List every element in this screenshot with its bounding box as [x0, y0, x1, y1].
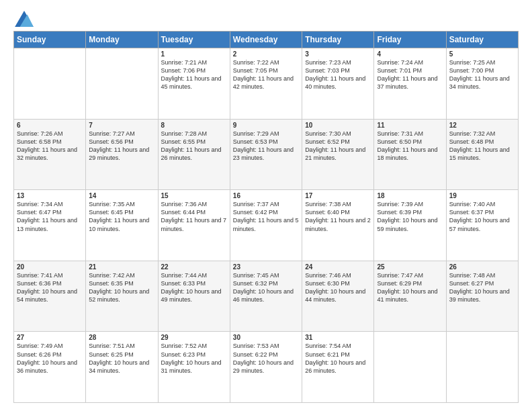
logo — [13, 11, 34, 24]
calendar-cell: 5Sunrise: 7:25 AM Sunset: 7:00 PM Daylig… — [446, 48, 518, 120]
day-header-thursday: Thursday — [302, 32, 374, 48]
day-info: Sunrise: 7:27 AM Sunset: 6:56 PM Dayligh… — [89, 130, 154, 163]
calendar-cell: 1Sunrise: 7:21 AM Sunset: 7:06 PM Daylig… — [158, 48, 230, 120]
day-number: 4 — [377, 50, 443, 58]
day-number: 22 — [161, 263, 227, 271]
day-number: 9 — [233, 122, 299, 129]
day-info: Sunrise: 7:23 AM Sunset: 7:03 PM Dayligh… — [305, 58, 371, 91]
day-info: Sunrise: 7:47 AM Sunset: 6:29 PM Dayligh… — [377, 271, 443, 304]
calendar-cell — [14, 48, 86, 120]
day-info: Sunrise: 7:24 AM Sunset: 7:01 PM Dayligh… — [377, 58, 443, 91]
calendar-cell: 11Sunrise: 7:31 AM Sunset: 6:50 PM Dayli… — [374, 119, 446, 190]
calendar-cell: 25Sunrise: 7:47 AM Sunset: 6:29 PM Dayli… — [374, 261, 446, 332]
calendar-cell: 10Sunrise: 7:30 AM Sunset: 6:52 PM Dayli… — [302, 119, 374, 190]
calendar-cell: 16Sunrise: 7:37 AM Sunset: 6:42 PM Dayli… — [230, 190, 302, 261]
calendar-cell: 23Sunrise: 7:45 AM Sunset: 6:32 PM Dayli… — [230, 261, 302, 332]
day-number: 26 — [449, 263, 515, 271]
calendar-cell: 21Sunrise: 7:42 AM Sunset: 6:35 PM Dayli… — [86, 261, 158, 332]
calendar-cell: 4Sunrise: 7:24 AM Sunset: 7:01 PM Daylig… — [374, 48, 446, 120]
day-header-saturday: Saturday — [446, 32, 518, 48]
day-info: Sunrise: 7:29 AM Sunset: 6:53 PM Dayligh… — [233, 130, 299, 163]
calendar-cell — [446, 332, 518, 403]
calendar-cell: 31Sunrise: 7:54 AM Sunset: 6:21 PM Dayli… — [302, 332, 374, 403]
day-info: Sunrise: 7:34 AM Sunset: 6:47 PM Dayligh… — [17, 200, 83, 233]
day-number: 14 — [89, 192, 154, 199]
day-info: Sunrise: 7:49 AM Sunset: 6:26 PM Dayligh… — [17, 342, 83, 375]
calendar-cell: 27Sunrise: 7:49 AM Sunset: 6:26 PM Dayli… — [14, 332, 86, 403]
calendar-cell: 24Sunrise: 7:46 AM Sunset: 6:30 PM Dayli… — [302, 261, 374, 332]
day-number: 6 — [17, 122, 83, 129]
calendar-cell: 19Sunrise: 7:40 AM Sunset: 6:37 PM Dayli… — [446, 190, 518, 261]
day-info: Sunrise: 7:42 AM Sunset: 6:35 PM Dayligh… — [89, 271, 154, 304]
calendar-cell: 22Sunrise: 7:44 AM Sunset: 6:33 PM Dayli… — [158, 261, 230, 332]
calendar-cell: 30Sunrise: 7:53 AM Sunset: 6:22 PM Dayli… — [230, 332, 302, 403]
day-number: 15 — [161, 192, 227, 199]
day-info: Sunrise: 7:45 AM Sunset: 6:32 PM Dayligh… — [233, 271, 299, 304]
day-number: 8 — [161, 122, 227, 129]
day-number: 11 — [377, 122, 443, 129]
calendar-cell: 8Sunrise: 7:28 AM Sunset: 6:55 PM Daylig… — [158, 119, 230, 190]
week-row-3: 20Sunrise: 7:41 AM Sunset: 6:36 PM Dayli… — [14, 261, 519, 332]
logo-icon — [15, 11, 34, 27]
calendar-cell: 2Sunrise: 7:22 AM Sunset: 7:05 PM Daylig… — [230, 48, 302, 120]
day-info: Sunrise: 7:25 AM Sunset: 7:00 PM Dayligh… — [449, 58, 515, 91]
calendar-cell: 17Sunrise: 7:38 AM Sunset: 6:40 PM Dayli… — [302, 190, 374, 261]
day-info: Sunrise: 7:38 AM Sunset: 6:40 PM Dayligh… — [305, 200, 371, 233]
calendar-cell: 26Sunrise: 7:48 AM Sunset: 6:27 PM Dayli… — [446, 261, 518, 332]
calendar-cell — [86, 48, 158, 120]
day-number: 3 — [305, 50, 371, 58]
day-number: 16 — [233, 192, 299, 199]
calendar-cell: 13Sunrise: 7:34 AM Sunset: 6:47 PM Dayli… — [14, 190, 86, 261]
calendar-cell — [374, 332, 446, 403]
day-info: Sunrise: 7:41 AM Sunset: 6:36 PM Dayligh… — [17, 271, 83, 304]
day-number: 29 — [161, 334, 227, 341]
day-number: 28 — [89, 334, 154, 341]
week-row-1: 6Sunrise: 7:26 AM Sunset: 6:58 PM Daylig… — [14, 119, 519, 190]
day-info: Sunrise: 7:52 AM Sunset: 6:23 PM Dayligh… — [161, 342, 227, 375]
day-info: Sunrise: 7:31 AM Sunset: 6:50 PM Dayligh… — [377, 130, 443, 163]
day-number: 1 — [161, 50, 227, 58]
calendar-cell: 29Sunrise: 7:52 AM Sunset: 6:23 PM Dayli… — [158, 332, 230, 403]
calendar-table: SundayMondayTuesdayWednesdayThursdayFrid… — [13, 31, 519, 403]
day-info: Sunrise: 7:28 AM Sunset: 6:55 PM Dayligh… — [161, 130, 227, 163]
day-header-wednesday: Wednesday — [230, 32, 302, 48]
calendar-cell: 6Sunrise: 7:26 AM Sunset: 6:58 PM Daylig… — [14, 119, 86, 190]
day-info: Sunrise: 7:32 AM Sunset: 6:48 PM Dayligh… — [449, 130, 515, 163]
day-info: Sunrise: 7:22 AM Sunset: 7:05 PM Dayligh… — [233, 58, 299, 91]
day-info: Sunrise: 7:53 AM Sunset: 6:22 PM Dayligh… — [233, 342, 299, 375]
day-info: Sunrise: 7:26 AM Sunset: 6:58 PM Dayligh… — [17, 130, 83, 163]
day-number: 5 — [449, 50, 515, 58]
calendar-cell: 3Sunrise: 7:23 AM Sunset: 7:03 PM Daylig… — [302, 48, 374, 120]
calendar-cell: 12Sunrise: 7:32 AM Sunset: 6:48 PM Dayli… — [446, 119, 518, 190]
calendar-cell: 14Sunrise: 7:35 AM Sunset: 6:45 PM Dayli… — [86, 190, 158, 261]
day-info: Sunrise: 7:35 AM Sunset: 6:45 PM Dayligh… — [89, 200, 154, 233]
day-info: Sunrise: 7:51 AM Sunset: 6:25 PM Dayligh… — [89, 342, 154, 375]
calendar-cell: 20Sunrise: 7:41 AM Sunset: 6:36 PM Dayli… — [14, 261, 86, 332]
day-info: Sunrise: 7:39 AM Sunset: 6:39 PM Dayligh… — [377, 200, 443, 233]
day-number: 23 — [233, 263, 299, 271]
day-number: 31 — [305, 334, 371, 341]
day-number: 21 — [89, 263, 154, 271]
day-header-tuesday: Tuesday — [158, 32, 230, 48]
day-header-sunday: Sunday — [14, 32, 86, 48]
day-info: Sunrise: 7:54 AM Sunset: 6:21 PM Dayligh… — [305, 342, 371, 375]
day-info: Sunrise: 7:30 AM Sunset: 6:52 PM Dayligh… — [305, 130, 371, 163]
page: SundayMondayTuesdayWednesdayThursdayFrid… — [0, 0, 532, 411]
calendar-cell: 28Sunrise: 7:51 AM Sunset: 6:25 PM Dayli… — [86, 332, 158, 403]
day-number: 17 — [305, 192, 371, 199]
day-info: Sunrise: 7:44 AM Sunset: 6:33 PM Dayligh… — [161, 271, 227, 304]
day-header-friday: Friday — [374, 32, 446, 48]
header-row: SundayMondayTuesdayWednesdayThursdayFrid… — [14, 32, 519, 48]
day-number: 12 — [449, 122, 515, 129]
day-info: Sunrise: 7:46 AM Sunset: 6:30 PM Dayligh… — [305, 271, 371, 304]
calendar-cell: 9Sunrise: 7:29 AM Sunset: 6:53 PM Daylig… — [230, 119, 302, 190]
logo-text — [13, 11, 34, 27]
day-info: Sunrise: 7:40 AM Sunset: 6:37 PM Dayligh… — [449, 200, 515, 233]
header — [13, 11, 519, 24]
day-info: Sunrise: 7:48 AM Sunset: 6:27 PM Dayligh… — [449, 271, 515, 304]
week-row-2: 13Sunrise: 7:34 AM Sunset: 6:47 PM Dayli… — [14, 190, 519, 261]
day-number: 30 — [233, 334, 299, 341]
week-row-0: 1Sunrise: 7:21 AM Sunset: 7:06 PM Daylig… — [14, 48, 519, 120]
day-number: 2 — [233, 50, 299, 58]
day-number: 19 — [449, 192, 515, 199]
